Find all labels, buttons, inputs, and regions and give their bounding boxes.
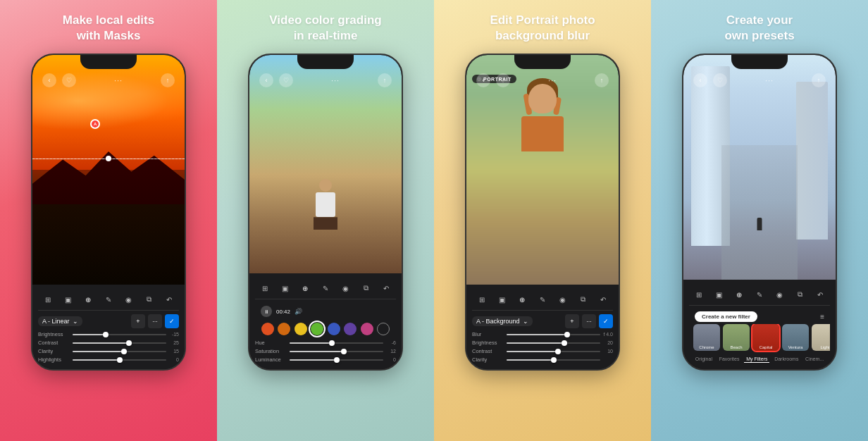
- filter-tab-my-filters[interactable]: My Filters: [744, 356, 769, 363]
- filter-thumb-beach[interactable]: Beach: [723, 324, 750, 351]
- phone-1-controls: ⊞ ▣ ⊕ ✎ ◉ ⧉ ↶ A - Linear ⌄ + ···: [32, 285, 185, 369]
- luminance-track[interactable]: [290, 359, 383, 361]
- crop-tool[interactable]: ⊞: [40, 292, 56, 307]
- history-tool-4[interactable]: ↶: [812, 287, 828, 302]
- create-filter-btn[interactable]: Create a new filter: [695, 311, 757, 322]
- color-circle-6[interactable]: [361, 323, 373, 335]
- color-circle-3[interactable]: [311, 323, 323, 335]
- adjust-tool[interactable]: ▣: [61, 292, 76, 307]
- more-icon[interactable]: ···: [114, 76, 123, 85]
- share-icon-2[interactable]: ↑: [378, 73, 392, 87]
- add-mask-btn-3[interactable]: +: [565, 314, 579, 328]
- filter-tool-4[interactable]: ⊕: [731, 287, 747, 302]
- mask-tool-3[interactable]: ◉: [555, 292, 571, 307]
- back-icon-3[interactable]: ‹: [476, 73, 490, 87]
- brightness-track-3[interactable]: [507, 342, 600, 344]
- color-circle-0[interactable]: [261, 323, 274, 335]
- add-mask-btn[interactable]: +: [131, 314, 145, 328]
- filter-list-icon[interactable]: ≡: [820, 313, 824, 321]
- back-icon-4[interactable]: ‹: [693, 73, 707, 87]
- phone-3-notch: [514, 55, 571, 69]
- color-circle-5[interactable]: [344, 323, 356, 335]
- crop-tool-2[interactable]: ⊞: [257, 280, 273, 296]
- confirm-mask-btn-3[interactable]: ✓: [599, 314, 613, 328]
- color-circle-2[interactable]: [294, 323, 307, 335]
- more-icon-3[interactable]: ···: [548, 76, 557, 85]
- edit-tool-4[interactable]: ✎: [752, 287, 767, 302]
- adjust-tool-4[interactable]: ▣: [712, 287, 727, 302]
- mask-center-point[interactable]: [106, 156, 111, 161]
- filter-tab-favorites[interactable]: Favorites: [717, 356, 742, 363]
- volume-icon[interactable]: 🔊: [294, 308, 302, 315]
- phone-1-left-icons: ‹ ♡: [42, 73, 76, 87]
- history-tool-3[interactable]: ↶: [595, 292, 611, 307]
- back-icon-2[interactable]: ‹: [259, 73, 273, 87]
- color-circle-1[interactable]: [278, 323, 290, 335]
- filter-thumb-capital-label: Capital: [752, 345, 779, 349]
- copy-tool-3[interactable]: ⧉: [575, 292, 590, 307]
- brightness-track[interactable]: [73, 334, 166, 335]
- adjust-tool-3[interactable]: ▣: [495, 292, 510, 307]
- copy-tool-2[interactable]: ⧉: [358, 280, 373, 296]
- crop-tool-4[interactable]: ⊞: [691, 287, 707, 302]
- highlights-track[interactable]: [73, 359, 166, 361]
- filter-thumb-chrome[interactable]: Chrome: [693, 324, 720, 351]
- panel-1-title: Make local edits with Masks: [63, 13, 154, 44]
- share-icon[interactable]: ↑: [161, 73, 175, 87]
- filter-thumb-ventura[interactable]: Ventura: [782, 324, 809, 351]
- more-mask-btn[interactable]: ···: [148, 314, 162, 328]
- play-pause-btn[interactable]: ⏸: [261, 306, 272, 317]
- more-icon-4[interactable]: ···: [765, 76, 774, 85]
- color-circle-7[interactable]: [377, 323, 390, 335]
- more-mask-btn-3[interactable]: ···: [582, 314, 596, 328]
- clarity-track-3[interactable]: [507, 359, 600, 361]
- edit-tool[interactable]: ✎: [101, 292, 116, 307]
- mask-tool-2[interactable]: ◉: [338, 280, 354, 296]
- more-icon-2[interactable]: ···: [331, 76, 340, 85]
- clarity-track[interactable]: [73, 351, 166, 352]
- history-tool-2[interactable]: ↶: [378, 280, 394, 296]
- mask-tool[interactable]: ◉: [121, 292, 137, 307]
- filter-tab-cinema[interactable]: Cinem...: [803, 356, 826, 363]
- edit-tool-3[interactable]: ✎: [535, 292, 550, 307]
- history-tool[interactable]: ↶: [161, 292, 177, 307]
- filter-tool[interactable]: ⊕: [80, 292, 96, 307]
- brightness-label: Brightness: [38, 331, 70, 337]
- filter-thumb-capital[interactable]: Capital: [752, 324, 779, 351]
- saturation-value: 12: [386, 349, 396, 354]
- panel-3-title: Edit Portrait photo background blur: [490, 13, 595, 44]
- copy-tool-4[interactable]: ⧉: [792, 287, 807, 302]
- share-icon-4[interactable]: ↑: [812, 73, 826, 87]
- back-icon[interactable]: ‹: [42, 73, 56, 87]
- filter-thumb-light[interactable]: Light: [812, 324, 830, 351]
- confirm-mask-btn[interactable]: ✓: [165, 314, 179, 328]
- heart-icon-3[interactable]: ♡: [496, 73, 510, 87]
- contrast-label: Contrast: [38, 340, 70, 346]
- hue-track[interactable]: [290, 342, 383, 344]
- adjust-tool-2[interactable]: ▣: [278, 280, 293, 296]
- share-icon-3[interactable]: ↑: [595, 73, 609, 87]
- phone-2-left-icons: ‹ ♡: [259, 73, 293, 87]
- saturation-track[interactable]: [290, 351, 383, 352]
- copy-tool[interactable]: ⧉: [141, 292, 156, 307]
- contrast-track[interactable]: [73, 342, 166, 344]
- color-circle-4[interactable]: [328, 323, 340, 335]
- filter-tool-3[interactable]: ⊕: [514, 292, 530, 307]
- saturation-label: Saturation: [255, 348, 287, 354]
- mask-tool-4[interactable]: ◉: [772, 287, 788, 302]
- ground-area: [32, 204, 185, 285]
- filter-tool-2[interactable]: ⊕: [297, 280, 313, 296]
- mask-selector[interactable]: A - Linear ⌄: [38, 316, 82, 326]
- heart-icon-2[interactable]: ♡: [279, 73, 293, 87]
- heart-icon-4[interactable]: ♡: [713, 73, 727, 87]
- blur-track[interactable]: [507, 334, 600, 335]
- phone-4-screen: ‹ ♡ ··· ↑: [683, 55, 836, 369]
- heart-icon[interactable]: ♡: [62, 73, 76, 87]
- contrast-track-3[interactable]: [507, 351, 600, 352]
- filter-tab-darkrooms[interactable]: Darkrooms: [772, 356, 800, 363]
- filter-tab-original[interactable]: Original: [693, 356, 714, 363]
- clarity-label-3: Clarity: [472, 356, 504, 363]
- crop-tool-3[interactable]: ⊞: [474, 292, 490, 307]
- edit-tool-2[interactable]: ✎: [318, 280, 333, 296]
- mask-selector-3[interactable]: A - Background ⌄: [472, 316, 533, 326]
